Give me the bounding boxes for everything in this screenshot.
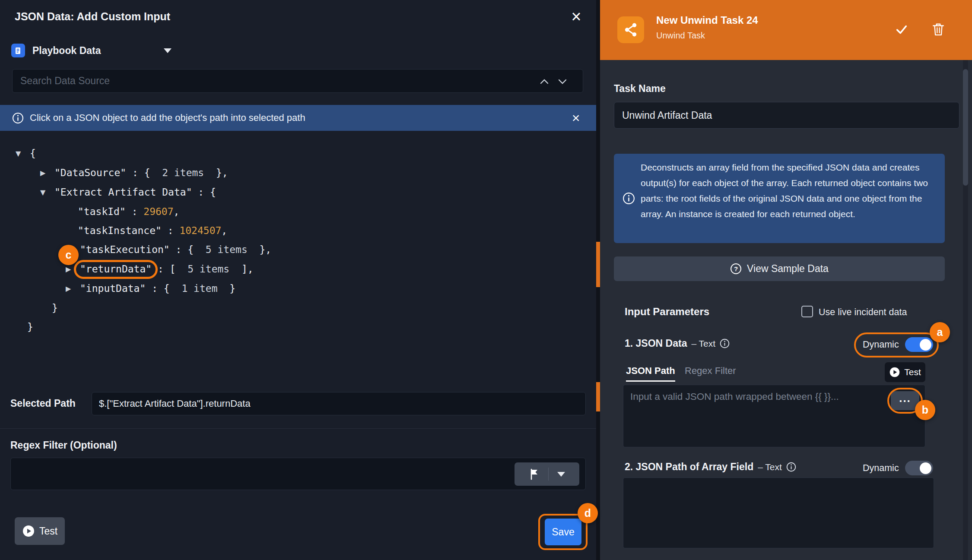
json-item-count: 2 items	[162, 167, 204, 178]
search-input[interactable]	[13, 70, 583, 92]
confirm-button[interactable]	[890, 18, 913, 41]
json-tree-line[interactable]: }	[0, 298, 596, 317]
json-tree-line[interactable]: ▶"returnData" : [ 5 items ],	[0, 259, 596, 279]
json-token: :	[126, 206, 144, 217]
background-task-sliver	[596, 382, 600, 411]
json-tree-line[interactable]: ▶"DataSource" : { 2 items },	[0, 163, 596, 183]
save-button[interactable]: Save	[545, 519, 581, 545]
trash-icon	[932, 22, 945, 36]
task-description-box: Deconstructs an array field from the spe…	[614, 154, 945, 243]
json-tree-line[interactable]: ▶"inputData" : { 1 item }	[0, 279, 596, 298]
chevron-up-icon[interactable]	[539, 76, 550, 87]
json-item-count: 5 items	[187, 263, 229, 275]
info-icon	[720, 339, 730, 348]
json-item-count: 1 item	[181, 283, 217, 294]
regex-filter-input[interactable]	[11, 458, 585, 490]
test-button-label: Test	[39, 525, 57, 537]
tab-json-path[interactable]: JSON Path	[626, 365, 675, 382]
param1-dynamic-label: Dynamic	[863, 339, 899, 350]
delete-task-button[interactable]	[928, 19, 948, 40]
json-token: ],	[229, 263, 253, 275]
expand-arrow-icon[interactable]: ▼	[40, 183, 54, 202]
task-panel: New Unwind Task 24 Unwind Task Task Name…	[600, 0, 972, 560]
input-parameters-heading: Input Parameters	[625, 306, 709, 318]
json-tree-line[interactable]: ▼{	[0, 144, 596, 163]
save-button-label: Save	[552, 526, 574, 538]
question-icon: ?	[730, 263, 742, 275]
param1-test-button[interactable]: Test	[885, 362, 925, 382]
task-description: Deconstructs an array field from the spe…	[641, 160, 936, 222]
info-banner-text: Click on a JSON object to add the object…	[30, 112, 305, 123]
json-token: }	[27, 321, 33, 332]
param1-test-label: Test	[904, 367, 921, 377]
param1-dynamic-toggle[interactable]	[905, 337, 933, 352]
task-title: New Unwind Task 24	[656, 14, 758, 26]
array-field-textarea[interactable]	[623, 478, 934, 548]
regex-flags-dropdown[interactable]	[515, 462, 579, 486]
playbook-data-icon	[11, 44, 25, 57]
param1-type: – Text	[691, 339, 715, 349]
json-token: : [	[152, 263, 187, 275]
json-tree-line[interactable]: ▶"taskExecution" : { 5 items },	[0, 240, 596, 259]
param1-label: 1. JSON Data	[625, 338, 687, 349]
json-token: :	[162, 225, 180, 236]
modal-close-icon[interactable]: ×	[565, 5, 588, 28]
json-tree-line[interactable]: "taskId" : 29607,	[0, 202, 596, 221]
json-token: ,	[174, 206, 180, 217]
json-tree-line[interactable]: "taskInstance" : 1024507,	[0, 221, 596, 240]
annotation-marker-b: b	[915, 400, 935, 420]
view-sample-data-button[interactable]: ? View Sample Data	[614, 256, 945, 281]
task-name-label: Task Name	[614, 83, 666, 95]
search-data-source	[12, 69, 583, 93]
param2-type: – Text	[758, 462, 782, 472]
toggle-knob	[920, 339, 931, 351]
param2-label: 2. JSON Path of Array Field	[625, 461, 753, 473]
chevron-down-icon[interactable]	[557, 76, 568, 87]
live-incident-checkbox[interactable]	[801, 306, 813, 317]
regex-filter-field	[10, 458, 586, 490]
info-icon	[786, 462, 796, 472]
data-source-dropdown[interactable]: Playbook Data	[11, 42, 172, 59]
scrollbar-thumb[interactable]	[963, 69, 968, 186]
tab-regex-filter[interactable]: Regex Filter	[685, 365, 736, 376]
chevron-down-icon	[164, 48, 172, 53]
json-token: {	[30, 148, 36, 159]
json-token: "taskExecution"	[80, 244, 170, 255]
json-tree: ▼{▶"DataSource" : { 2 items },▼"Extract …	[0, 144, 596, 336]
json-token: : {	[126, 167, 162, 178]
json-number: 29607	[143, 206, 173, 217]
json-token: ,	[221, 225, 227, 236]
json-path-textarea[interactable]	[623, 385, 925, 447]
json-token: }	[218, 283, 236, 294]
background-gap	[596, 0, 600, 560]
json-token: : {	[170, 244, 206, 255]
play-icon	[889, 367, 900, 378]
task-name-input[interactable]	[614, 102, 959, 129]
collapse-arrow-icon[interactable]: ▶	[66, 279, 80, 298]
json-token: "inputData"	[80, 283, 146, 294]
check-icon	[895, 22, 908, 36]
info-banner: Click on a JSON object to add the object…	[0, 105, 596, 131]
json-token: "taskInstance"	[78, 225, 162, 236]
selected-path-input[interactable]	[92, 392, 586, 415]
json-token: : {	[146, 283, 181, 294]
json-tree-line[interactable]: ▼"Extract Artifact Data" : {	[0, 183, 596, 202]
json-item-count: 5 items	[206, 244, 248, 255]
collapse-arrow-icon[interactable]: ▶	[40, 164, 54, 183]
json-token: "Extract Artifact Data"	[54, 187, 192, 198]
selected-path-label: Selected Path	[10, 398, 76, 409]
unwind-task-icon	[617, 16, 644, 43]
banner-close-icon[interactable]: ×	[566, 108, 586, 127]
task-panel-header: New Unwind Task 24 Unwind Task	[600, 0, 972, 60]
json-tree-line[interactable]: }	[0, 317, 596, 336]
toggle-knob	[920, 462, 931, 474]
divider	[0, 428, 596, 429]
info-icon	[12, 112, 24, 124]
json-token: },	[248, 244, 271, 255]
data-source-label: Playbook Data	[32, 45, 101, 57]
expand-arrow-icon[interactable]: ▼	[16, 144, 30, 163]
live-incident-label: Use live incident data	[819, 307, 907, 318]
divider	[548, 468, 549, 481]
param2-dynamic-toggle[interactable]	[905, 461, 933, 475]
test-button[interactable]: Test	[15, 517, 65, 545]
